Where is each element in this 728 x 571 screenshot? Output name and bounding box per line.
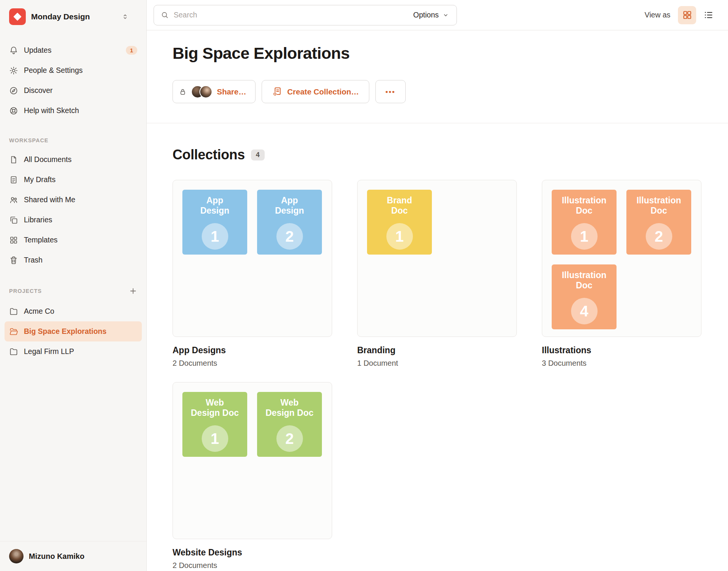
doc-thumbnail-number: 1 [202, 425, 228, 452]
doc-thumbnail: Illustration Doc 1 [552, 190, 617, 255]
draft-document-icon [9, 175, 18, 184]
sidebar-main-nav: Updates 1 People & Settings Discover He [0, 31, 146, 121]
sidebar-item-label: People & Settings [24, 66, 83, 75]
list-view-button[interactable] [699, 6, 717, 24]
doc-thumbnail-title: App Design [257, 190, 322, 216]
search-input[interactable] [174, 11, 408, 19]
grid-view-button[interactable] [678, 6, 696, 24]
sidebar-item-trash[interactable]: Trash [5, 250, 142, 270]
more-options-button[interactable]: ••• [375, 80, 406, 103]
doc-thumbnail: Web Design Doc 2 [257, 392, 322, 457]
main-area: Options View as Big Space Explora [147, 0, 728, 571]
updates-count-badge: 1 [126, 46, 137, 55]
collection-cell: App Design 1 App Design 2 App Designs 2 … [173, 180, 332, 368]
page-actions: Share… Create Collection… ••• [173, 80, 728, 103]
doc-thumbnail: App Design 1 [182, 190, 247, 255]
shared-avatars [191, 85, 212, 98]
sidebar-item-acme-co[interactable]: Acme Co [5, 301, 142, 321]
sidebar-item-updates[interactable]: Updates 1 [5, 40, 142, 60]
sidebar-item-legal-firm-llp[interactable]: Legal Firm LLP [5, 341, 142, 362]
sidebar-projects-nav: Acme Co Big Space Explorations Legal Fir… [0, 297, 146, 362]
topbar: Options View as [147, 0, 728, 30]
search-icon [161, 11, 169, 19]
collection-name[interactable]: Branding [357, 345, 517, 355]
search-options-button[interactable]: Options [413, 11, 450, 19]
document-icon [9, 155, 18, 164]
sidebar-item-label: Discover [24, 86, 53, 95]
sidebar-workspace-nav: All Documents My Drafts Shared with Me L… [0, 146, 146, 270]
workspace-name: Monday Design [31, 12, 116, 21]
sidebar-item-people-settings[interactable]: People & Settings [5, 60, 142, 80]
workspace-switcher[interactable]: Monday Design [0, 0, 146, 31]
doc-thumbnail-number: 1 [571, 223, 598, 250]
people-icon [9, 195, 18, 204]
sidebar-item-label: Legal Firm LLP [24, 347, 74, 356]
collection-card-app-designs[interactable]: App Design 1 App Design 2 [173, 180, 332, 337]
templates-grid-icon [9, 236, 18, 245]
sidebar-item-label: Libraries [24, 216, 52, 224]
lifebuoy-icon [9, 106, 18, 115]
sidebar-item-templates[interactable]: Templates [5, 230, 142, 250]
doc-thumbnail-title: Brand Doc [367, 190, 432, 216]
search-box[interactable]: Options [154, 5, 457, 25]
collection-name[interactable]: Website Designs [173, 547, 332, 558]
sidebar-item-label: Help with Sketch [24, 106, 79, 115]
section-divider [147, 123, 728, 123]
sidebar-item-label: Trash [24, 256, 42, 264]
app-window: Monday Design Updates 1 People & Setting… [0, 0, 728, 571]
sidebar-item-label: Shared with Me [24, 195, 75, 204]
sidebar-item-help[interactable]: Help with Sketch [5, 101, 142, 121]
chevron-up-down-icon [121, 13, 129, 20]
grid-view-icon [682, 10, 692, 20]
collections-grid: App Design 1 App Design 2 App Designs 2 … [173, 180, 728, 570]
collection-name[interactable]: App Designs [173, 345, 332, 355]
collection-doc-count: 2 Documents [173, 561, 332, 570]
sidebar-item-libraries[interactable]: Libraries [5, 210, 142, 230]
workspace-section-title: WORKSPACE [0, 121, 146, 146]
sidebar-item-label: Acme Co [24, 307, 54, 316]
collection-card-illustrations[interactable]: Illustration Doc 1 Illustration Doc 2 Il… [542, 180, 701, 337]
user-avatar [9, 549, 24, 563]
sidebar-item-big-space-explorations[interactable]: Big Space Explorations [5, 321, 142, 341]
doc-thumbnail: Illustration Doc 4 [552, 264, 617, 329]
doc-thumbnail: Illustration Doc 2 [626, 190, 691, 255]
section-label: WORKSPACE [9, 137, 49, 143]
libraries-icon [9, 216, 18, 225]
collaborator-avatar [199, 85, 212, 98]
section-label: PROJECTS [9, 288, 42, 294]
doc-thumbnail-title: Illustration Doc [552, 190, 617, 216]
create-collection-label: Create Collection… [287, 87, 359, 96]
sidebar-item-label: My Drafts [24, 175, 55, 184]
sidebar-item-my-drafts[interactable]: My Drafts [5, 170, 142, 190]
sidebar: Monday Design Updates 1 People & Setting… [0, 0, 147, 571]
view-as-label: View as [645, 11, 670, 19]
sidebar-item-discover[interactable]: Discover [5, 80, 142, 101]
collection-cell: Illustration Doc 1 Illustration Doc 2 Il… [542, 180, 701, 368]
doc-thumbnail: Brand Doc 1 [367, 190, 432, 255]
doc-thumbnail-title: Web Design Doc [182, 392, 247, 418]
doc-thumbnail-number: 2 [276, 425, 303, 452]
create-collection-button[interactable]: Create Collection… [262, 80, 369, 103]
collection-doc-count: 1 Document [357, 359, 517, 368]
collection-name[interactable]: Illustrations [542, 345, 701, 355]
sidebar-item-all-documents[interactable]: All Documents [5, 149, 142, 170]
add-project-button[interactable] [129, 287, 137, 295]
collections-header: Collections 4 [173, 147, 728, 163]
user-account-row[interactable]: Mizuno Kamiko [0, 541, 146, 571]
share-button[interactable]: Share… [173, 80, 256, 103]
collection-cell: Web Design Doc 1 Web Design Doc 2 Websit… [173, 382, 332, 570]
collection-card-website-designs[interactable]: Web Design Doc 1 Web Design Doc 2 [173, 382, 332, 539]
collection-card-branding[interactable]: Brand Doc 1 [357, 180, 517, 337]
doc-thumbnail: App Design 2 [257, 190, 322, 255]
sidebar-item-shared-with-me[interactable]: Shared with Me [5, 190, 142, 210]
workspace-logo-icon [9, 8, 26, 25]
projects-section-title: PROJECTS [0, 270, 146, 297]
collection-doc-count: 2 Documents [173, 359, 332, 368]
collections-heading: Collections [173, 147, 245, 163]
page-title: Big Space Explorations [173, 44, 728, 63]
search-options-label: Options [413, 11, 439, 19]
collection-cell: Brand Doc 1 Branding 1 Document [357, 180, 517, 368]
doc-thumbnail-title: Illustration Doc [626, 190, 691, 216]
doc-thumbnail-title: Illustration Doc [552, 264, 617, 290]
sidebar-item-label: Big Space Explorations [24, 327, 107, 336]
